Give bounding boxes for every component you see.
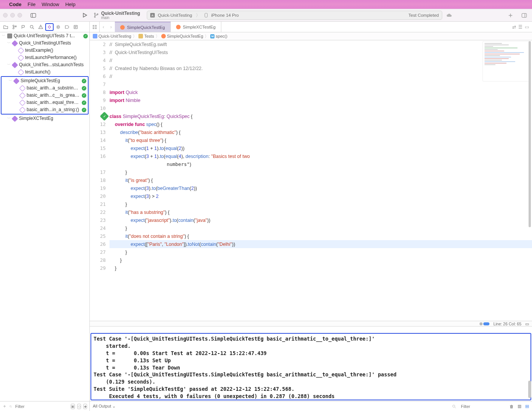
tree-root[interactable]: ﹀Quick-UnitTestingUITests 7 t...✓ (0, 32, 89, 40)
run-button[interactable] (80, 11, 90, 19)
add-button[interactable]: ＋ (2, 403, 7, 409)
code-line[interactable]: // (110, 72, 532, 80)
code-line[interactable]: } (110, 200, 532, 208)
jumpbar-file[interactable]: SimpleQuickTestEg (167, 34, 203, 38)
nav-forward-button[interactable]: › (107, 22, 115, 32)
tree-group[interactable]: ﹀SimpleXCTestEg (0, 115, 89, 122)
tree-test[interactable]: testLaunch() (0, 68, 89, 76)
code-line[interactable]: expect(3 + 1).to(equal(4), description: … (110, 152, 532, 160)
code-line[interactable]: numbers") (110, 160, 532, 168)
nav-debug-icon[interactable] (54, 23, 62, 31)
filter-scope-2[interactable]: ◇ (77, 404, 81, 409)
code-line[interactable]: // Quick-UnitTestingUITests (110, 48, 532, 56)
code-line[interactable]: // Created by Nabendu Biswas on 12/12/22… (110, 64, 532, 72)
code-line[interactable]: import Nimble (110, 96, 532, 104)
app-menu[interactable]: Code (9, 2, 22, 7)
window-zoom-button[interactable] (17, 13, 22, 18)
jumpbar-project[interactable]: Quick-UnitTesting (98, 34, 131, 38)
menu-window[interactable]: Window (41, 2, 59, 7)
code-line[interactable]: it("does not contain a string") { (110, 232, 532, 240)
nav-find-icon[interactable] (28, 23, 36, 31)
run-test-gutter-icon[interactable] (100, 112, 109, 121)
tree-test[interactable]: basic_arith...equal_three:()✓ (2, 99, 88, 106)
window-minimize-button[interactable] (10, 13, 15, 18)
nav-breakpoints-icon[interactable] (63, 23, 71, 31)
tree-group[interactable]: ﹀Quick_UnitTes...stsLaunchTests (0, 61, 89, 68)
code-line[interactable]: import Quick (110, 88, 532, 96)
code-line[interactable]: expect(3).to(beGreaterThan(2)) (110, 184, 532, 192)
code-view[interactable]: 2// SimpleQuickTestEg.swift3// Quick-Uni… (90, 40, 532, 327)
scheme-selector[interactable]: Quick-UnitTesting main (94, 11, 143, 20)
tree-test[interactable]: basic_arith...in_a_string:()✓ (2, 106, 88, 113)
code-line[interactable]: } (110, 256, 532, 264)
add-assistant-icon[interactable]: ▭ (525, 24, 529, 30)
code-line[interactable]: // (110, 56, 532, 64)
add-editor-button[interactable] (505, 11, 515, 19)
svg-point-3 (94, 13, 95, 14)
filter-scope-3[interactable]: ◆ (83, 404, 87, 409)
menu-file[interactable]: File (28, 2, 36, 7)
console-filter-input[interactable] (460, 404, 506, 409)
navigator-filter-input[interactable] (14, 403, 68, 410)
code-line[interactable]: expect("javascript").to(contain("java")) (110, 216, 532, 224)
code-line[interactable]: expect(1 + 1).to(equal(2)) (110, 144, 532, 152)
code-line[interactable]: it("to equal three") { (110, 136, 532, 144)
nav-source-control-icon[interactable] (10, 23, 19, 31)
tree-test[interactable]: testExample() (0, 47, 89, 54)
nav-issues-icon[interactable] (37, 23, 45, 31)
code-line[interactable] (110, 104, 532, 112)
console-output[interactable]: Test Case '-[Quick_UnitTestingUITests.Si… (91, 333, 531, 400)
svg-rect-24 (7, 33, 12, 38)
adjust-editor-options-icon[interactable]: ☰ (518, 24, 522, 30)
filter-scope-1[interactable]: ▣ (71, 404, 75, 409)
jumpbar-symbol[interactable]: spec() (216, 34, 227, 38)
code-line[interactable]: it("is great") { (110, 176, 532, 184)
nav-symbols-icon[interactable] (19, 23, 27, 31)
code-line[interactable]: } (110, 168, 532, 176)
console-scrollbar[interactable] (528, 334, 531, 400)
cloud-icon[interactable] (446, 12, 452, 18)
svg-text:A: A (151, 14, 154, 17)
code-line[interactable] (110, 80, 532, 88)
code-line[interactable]: describe("basic arithmatic") { (110, 128, 532, 136)
clear-console-button[interactable]: 🗑 (510, 404, 514, 409)
tree-group[interactable]: ﹀Quick_UnitTestingUITests (0, 40, 89, 47)
assistant-layout-icon[interactable]: ▭ (525, 322, 529, 326)
nav-tests-icon[interactable] (45, 23, 54, 31)
library-toggle-button[interactable] (519, 11, 529, 19)
jump-bar[interactable]: Quick-UnitTesting 〉 Tests 〉 SimpleQuickT… (90, 32, 532, 40)
code-line[interactable]: } (110, 264, 532, 272)
menu-help[interactable]: Help (65, 2, 76, 7)
output-scope-selector[interactable]: All Output ⌄ (93, 404, 116, 409)
code-line[interactable]: class SimpleQuickTestEg: QuickSpec { (110, 112, 532, 120)
tree-group[interactable]: ﹀SimpleQuickTestEg✓ (2, 77, 88, 84)
code-line[interactable]: it("has a substring") { (110, 208, 532, 216)
activity-status-bar[interactable]: A Quick-UnitTesting 〉 iPhone 14 Pro Test… (147, 11, 442, 20)
minimap[interactable] (483, 41, 530, 81)
jumpbar-folder[interactable]: Tests (144, 34, 154, 38)
nav-back-button[interactable]: ‹ (100, 22, 107, 32)
file-history-icon[interactable]: ⇄ (512, 24, 516, 30)
nav-project-icon[interactable] (2, 23, 10, 31)
code-line[interactable]: expect(["Paris", "London"]).toNot(contai… (110, 240, 532, 248)
variables-view-toggle[interactable]: ▥ (518, 404, 521, 409)
code-line[interactable]: } (110, 248, 532, 256)
window-close-button[interactable] (3, 13, 8, 18)
editor-tab-1[interactable]: SimpleXCTestEg (171, 22, 221, 32)
code-line[interactable]: // SimpleQuickTestEg.swift (110, 40, 532, 48)
code-line[interactable]: expect(3) > 2 (110, 192, 532, 200)
status-device: iPhone 14 Pro (211, 13, 239, 18)
code-line[interactable]: override func spec() { (110, 120, 532, 128)
tree-test[interactable]: testLaunchPerformance() (0, 54, 89, 61)
tree-test[interactable]: basic_arith...c__is_great:()✓ (2, 92, 88, 99)
macos-menubar: Code File Window Help (0, 0, 532, 9)
editor-tab-0-label: SimpleQuickTestEg (127, 25, 165, 30)
tree-test[interactable]: basic_arith...a_substring:()✓ (2, 84, 88, 92)
editor-scrollbar[interactable] (527, 40, 532, 327)
related-items-button[interactable] (90, 22, 100, 32)
editor-tab-0[interactable]: SimpleQuickTestEg (115, 22, 171, 32)
code-line[interactable]: } (110, 224, 532, 232)
console-view-toggle[interactable]: ▤ (525, 404, 529, 409)
sidebar-toggle-button[interactable] (28, 11, 38, 19)
nav-reports-icon[interactable] (71, 23, 80, 31)
